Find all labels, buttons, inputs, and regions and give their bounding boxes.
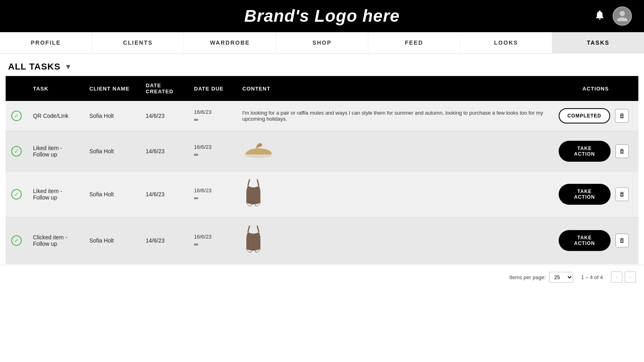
header: Brand's Logo here xyxy=(0,0,644,32)
delete-button[interactable] xyxy=(615,234,629,247)
client-name-cell: Sofia Holt xyxy=(84,171,140,218)
date-due-text: 16/6/23 xyxy=(194,187,231,193)
all-tasks-dropdown[interactable]: ALL TASKS ▼ xyxy=(8,62,72,72)
nav-shop[interactable]: SHOP xyxy=(276,32,368,53)
table-row: ✓Liked item - Follow upSofia Holt14/6/23… xyxy=(6,131,638,171)
pencil-icon[interactable]: ✏ xyxy=(194,117,231,123)
th-actions: ACTIONS xyxy=(553,76,638,101)
date-created-cell: 14/6/23 xyxy=(140,101,188,131)
table-row: ✓QR Code/LinkSofia Holt14/6/23 16/6/23 ✏… xyxy=(6,101,638,131)
filter-bar: ALL TASKS ▼ xyxy=(0,53,644,76)
main-nav: PROFILE CLIENTS WARDROBE SHOP FEED LOOKS… xyxy=(0,32,644,53)
nav-profile[interactable]: PROFILE xyxy=(0,32,92,53)
actions-cell: COMPLETED xyxy=(553,101,638,131)
take-action-button[interactable]: TAKE ACTION xyxy=(559,184,611,205)
take-action-button[interactable]: TAKE ACTION xyxy=(559,141,611,162)
date-due-cell: 16/6/23 ✏ xyxy=(188,218,237,264)
delete-button[interactable] xyxy=(615,144,629,158)
shoe-image xyxy=(242,138,275,162)
items-per-page-select[interactable]: 25 10 50 100 xyxy=(549,272,573,283)
date-created-cell: 14/6/23 xyxy=(140,131,188,171)
actions-cell: TAKE ACTION xyxy=(553,131,638,171)
pagination-nav: ‹ › xyxy=(611,272,636,283)
pagination-prev[interactable]: ‹ xyxy=(611,272,622,283)
content-cell xyxy=(237,171,553,218)
completed-button[interactable]: COMPLETED xyxy=(559,108,610,123)
check-cell: ✓ xyxy=(6,218,27,264)
task-cell: QR Code/Link xyxy=(27,101,84,131)
pagination: Items per page: 25 10 50 100 1 – 4 of 4 … xyxy=(0,265,644,289)
check-circle-icon[interactable]: ✓ xyxy=(11,111,22,121)
check-circle-icon[interactable]: ✓ xyxy=(11,235,22,246)
date-due-text: 16/6/23 xyxy=(194,234,231,240)
content-cell xyxy=(237,218,553,264)
th-check xyxy=(6,76,27,101)
date-created-cell: 14/6/23 xyxy=(140,218,188,264)
user-avatar[interactable] xyxy=(613,6,632,26)
th-client-name: CLIENT NAME xyxy=(84,76,140,101)
bodysuit-image xyxy=(242,179,264,209)
pencil-icon[interactable]: ✏ xyxy=(194,241,231,248)
date-due-text: 16/6/23 xyxy=(194,144,231,150)
th-task: TASK xyxy=(27,76,84,101)
bodysuit-image xyxy=(242,225,264,255)
date-due-cell: 16/6/23 ✏ xyxy=(188,101,237,131)
delete-button[interactable] xyxy=(615,109,629,123)
th-content: CONTENT xyxy=(237,76,553,101)
check-circle-icon[interactable]: ✓ xyxy=(11,189,22,200)
check-circle-icon[interactable]: ✓ xyxy=(11,146,22,156)
bell-icon[interactable] xyxy=(594,9,605,23)
chevron-down-icon: ▼ xyxy=(64,63,72,71)
header-icons xyxy=(594,6,632,26)
tasks-table: TASK CLIENT NAME DATE CREATED DATE DUE C… xyxy=(6,76,638,264)
table-row: ✓Clicked item - Follow upSofia Holt14/6/… xyxy=(6,218,638,264)
delete-button[interactable] xyxy=(615,187,629,201)
check-cell: ✓ xyxy=(6,131,27,171)
task-cell: Liked item - Follow up xyxy=(27,131,84,171)
date-due-cell: 16/6/23 ✏ xyxy=(188,131,237,171)
nav-wardrobe[interactable]: WARDROBE xyxy=(184,32,276,53)
tasks-table-container: TASK CLIENT NAME DATE CREATED DATE DUE C… xyxy=(0,76,644,264)
table-header-row: TASK CLIENT NAME DATE CREATED DATE DUE C… xyxy=(6,76,638,101)
client-name-cell: Sofia Holt xyxy=(84,218,140,264)
actions-cell: TAKE ACTION xyxy=(553,218,638,264)
nav-clients[interactable]: CLIENTS xyxy=(92,32,184,53)
brand-logo: Brand's Logo here xyxy=(244,6,400,26)
pencil-icon[interactable]: ✏ xyxy=(194,152,231,158)
content-cell xyxy=(237,131,553,171)
date-created-cell: 14/6/23 xyxy=(140,171,188,218)
check-cell: ✓ xyxy=(6,101,27,131)
date-due-cell: 16/6/23 ✏ xyxy=(188,171,237,218)
check-cell: ✓ xyxy=(6,171,27,218)
nav-feed[interactable]: FEED xyxy=(368,32,460,53)
pencil-icon[interactable]: ✏ xyxy=(194,195,231,202)
pagination-items-per-page: Items per page: 25 10 50 100 xyxy=(509,272,573,283)
nav-looks[interactable]: LOOKS xyxy=(460,32,553,53)
filter-label: ALL TASKS xyxy=(8,62,60,72)
th-date-created: DATE CREATED xyxy=(140,76,188,101)
pagination-next[interactable]: › xyxy=(625,272,636,283)
pagination-range: 1 – 4 of 4 xyxy=(581,274,603,280)
client-name-cell: Sofia Holt xyxy=(84,101,140,131)
date-due-text: 16/6/23 xyxy=(194,109,231,115)
task-cell: Liked item - Follow up xyxy=(27,171,84,218)
table-row: ✓Liked item - Follow upSofia Holt14/6/23… xyxy=(6,171,638,218)
client-name-cell: Sofia Holt xyxy=(84,131,140,171)
take-action-button[interactable]: TAKE ACTION xyxy=(559,230,611,251)
actions-cell: TAKE ACTION xyxy=(553,171,638,218)
th-date-due: DATE DUE xyxy=(188,76,237,101)
items-per-page-label: Items per page: xyxy=(509,274,545,280)
task-cell: Clicked item - Follow up xyxy=(27,218,84,264)
nav-tasks[interactable]: TASKS xyxy=(552,32,644,53)
content-cell: I'm looking for a pair or raffia mules a… xyxy=(237,101,553,131)
